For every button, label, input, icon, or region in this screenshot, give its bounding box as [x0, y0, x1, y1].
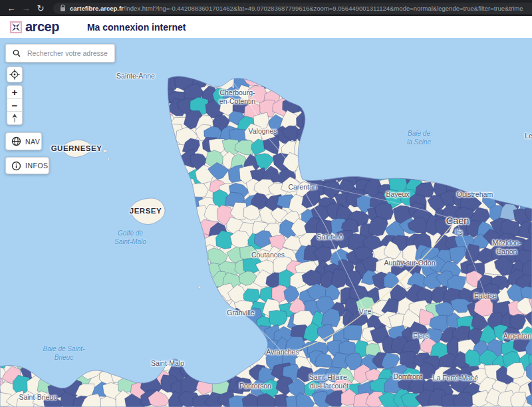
compass-icon	[11, 114, 18, 123]
nav-label: NAV	[25, 138, 40, 146]
sark-islet	[103, 150, 107, 152]
reload-button[interactable]: ↻	[33, 3, 48, 13]
app-window: ← → ↻ cartefibre.arcep.fr/index.html?lng…	[0, 0, 532, 407]
infos-button[interactable]: INFOS	[5, 157, 49, 174]
infos-label: INFOS	[25, 162, 49, 170]
arcep-logo-icon	[9, 20, 23, 35]
browser-chrome: ← → ↻ cartefibre.arcep.fr/index.html?lng…	[0, 0, 532, 16]
lock-icon	[60, 5, 66, 12]
arcep-logo[interactable]: arcep	[9, 19, 59, 35]
search-box[interactable]	[5, 44, 115, 63]
back-button[interactable]: ←	[4, 3, 19, 13]
search-icon	[13, 49, 21, 57]
arcep-logo-text: arcep	[25, 19, 59, 35]
app-header: arcep Ma connexion internet	[0, 16, 532, 39]
forward-button[interactable]: →	[19, 3, 33, 13]
nav-button[interactable]: NAV	[5, 132, 42, 150]
url-host: cartefibre.arcep.fr	[70, 5, 124, 12]
compass-button[interactable]	[7, 111, 22, 124]
chausey-islet	[198, 287, 201, 289]
globe-icon	[11, 136, 21, 146]
zoom-out-button[interactable]: −	[7, 98, 22, 112]
map-base-svg	[0, 38, 532, 407]
zoom-controls[interactable]: + −	[7, 85, 23, 125]
url-bar[interactable]: cartefibre.arcep.fr/index.html?lng=-0.44…	[53, 3, 532, 14]
url-path: /index.html?lng=-0.4420883601701462&lat=…	[124, 5, 523, 12]
map-canvas[interactable]: Sainte-AnneCherbourg- en-CotentinValogne…	[0, 38, 532, 407]
islet	[107, 158, 110, 160]
search-input[interactable]	[26, 49, 114, 58]
geolocate-icon	[9, 69, 20, 80]
zoom-in-button[interactable]: +	[7, 86, 22, 98]
geolocate-button[interactable]	[7, 67, 23, 82]
info-icon	[11, 161, 21, 171]
page-title: Ma connexion internet	[87, 22, 186, 33]
